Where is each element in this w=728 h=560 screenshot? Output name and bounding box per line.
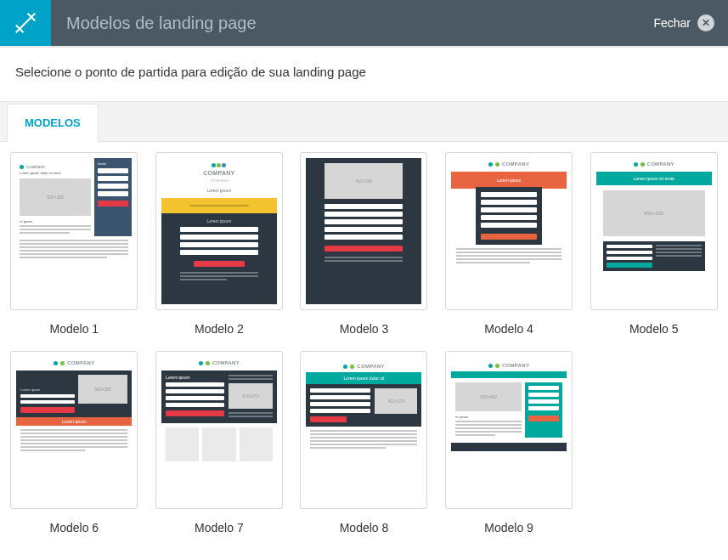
page-title: Modelos de landing page [66,14,257,33]
lorem-text: m ipsum [455,415,522,419]
close-label: Fechar [653,16,691,30]
placeholder-image: 410×270 [375,388,417,414]
logo-text: COMPANY [212,360,240,365]
placeholder-image: 410×270 [229,383,273,409]
logo-text: COMPANY [357,364,384,369]
pencil-ruler-icon [13,10,38,36]
banner-text: Lorem ipsum dolor sit [306,372,421,384]
placeholder-image: 500×300 [455,382,522,411]
template-card[interactable]: 410×280 Modelo 3 [300,152,428,336]
logo-text: COMPANY [647,161,674,167]
template-label: Modelo 1 [50,322,99,336]
lorem-text: Lorem ipsum [206,188,231,193]
placeholder-image: 500×300 [78,375,127,404]
template-label: Modelo 7 [195,521,244,535]
template-thumb: COMPANY Lorem ipsum 500×300 Lorem ipsum [10,351,138,509]
placeholder-image: 410×280 [324,163,403,199]
template-card[interactable]: COMPANY Lorem ipsum Modelo 4 [445,152,573,336]
template-card[interactable]: COMPANY Lorem ipsum 500×300 Lorem ipsum [10,351,138,535]
header-bar: Modelos de landing page Fechar ✕ [0,0,728,46]
subtitle: Selecione o ponto de partida para edição… [0,48,728,101]
logo-sub: COMPANY [210,178,229,183]
template-thumb: 410×280 [300,152,427,310]
template-card[interactable]: COMPANY Lorem ipsum sit amet 900×300 Mod… [590,152,718,336]
template-card[interactable]: COMPANY Lorem ipsum dolor sit 410×270 [300,351,428,535]
banner-text: Lorem ipsum [16,417,132,426]
close-button[interactable]: Fechar ✕ [653,14,714,31]
template-thumb: COMPANY Lorem ipsum [445,152,573,310]
template-label: Modelo 3 [340,322,389,336]
template-card[interactable]: COMPANY 500×300 m ipsum [445,351,573,535]
logo-text: COMPANY [502,363,529,368]
template-thumb: COMPANY Lorem ipsum sit amet 900×300 [590,152,718,310]
template-thumb: COMPANY 500×300 m ipsum [445,351,573,509]
lorem-text: Lorem ipsum [166,375,224,380]
template-card[interactable]: COMPANY COMPANY Lorem ipsum Lorem ipsum … [155,152,284,336]
app-icon-box [0,0,51,46]
template-label: Modelo 8 [340,521,389,535]
template-card[interactable]: COMPANY Lorem ipsum dolor sit amet 500×3… [10,152,138,336]
banner-text: Lorem ipsum sit amet [596,172,712,185]
template-label: Modelo 2 [195,322,244,336]
logo-text: COMPANY [502,161,529,167]
template-label: Modelo 4 [484,322,533,336]
logo-text: COMPANY [203,170,234,176]
template-label: Modelo 6 [50,521,99,535]
template-card[interactable]: COMPANY Lorem ipsum 410×270 [155,351,284,535]
tab-modelos[interactable]: MODELOS [7,104,99,142]
template-thumb: COMPANY Lorem ipsum dolor sit amet 500×3… [10,152,138,310]
template-thumb: COMPANY COMPANY Lorem ipsum Lorem ipsum [155,152,283,310]
close-icon: ✕ [697,14,714,31]
template-label: Modelo 9 [484,521,533,535]
tab-strip: MODELOS [0,101,728,142]
lorem-text: Lorem ipsum dolor sit amet [20,171,91,175]
placeholder-image: 900×300 [603,190,705,236]
template-thumb: COMPANY Lorem ipsum 410×270 [155,351,283,509]
template-grid: COMPANY Lorem ipsum dolor sit amet 500×3… [0,142,728,545]
placeholder-image: 500×300 [20,178,91,216]
banner-text: Lorem ipsum [451,172,567,189]
logo-text: COMPANY [26,166,45,169]
logo-text: COMPANY [67,360,94,365]
template-thumb: COMPANY Lorem ipsum dolor sit 410×270 [300,351,427,509]
template-label: Modelo 5 [629,322,679,336]
